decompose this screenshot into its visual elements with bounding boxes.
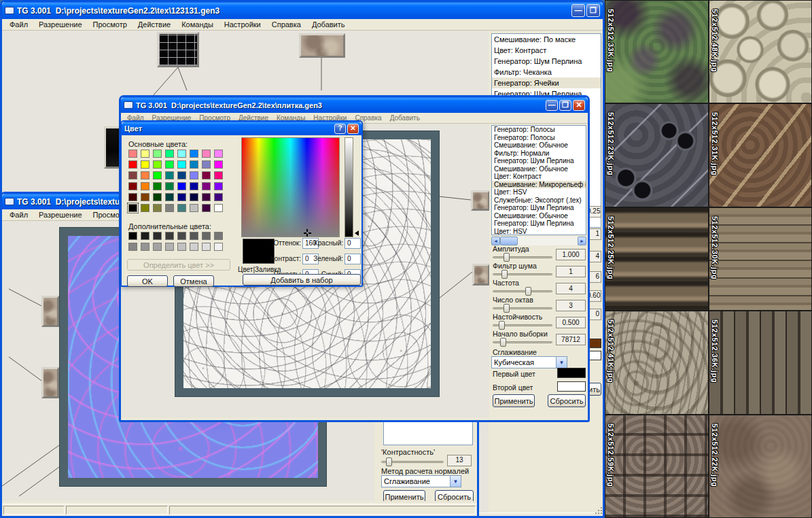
color-swatch[interactable]	[141, 232, 149, 240]
normals-method-dropdown[interactable]: Сглаживание ▼	[381, 475, 461, 487]
param-slider[interactable]	[493, 287, 552, 296]
color-swatch[interactable]	[128, 193, 137, 201]
reset-button[interactable]: Сбросить	[548, 394, 586, 407]
slider-thumb[interactable]	[499, 321, 505, 330]
color-swatch[interactable]	[128, 243, 137, 251]
window-plitka-titlebar[interactable]: TG 3.001 D:\projects\textureGen2.2\tex\п…	[121, 97, 588, 113]
param-slider[interactable]	[493, 253, 552, 262]
list-item[interactable]: Генератор: Полосы	[492, 134, 586, 142]
texture-thumbnail[interactable]: 512x512.23K.jpg	[605, 103, 709, 207]
menu-item-Просмотр[interactable]: Просмотр	[88, 19, 132, 30]
luminance-arrow-icon[interactable]	[355, 230, 359, 236]
slider-thumb[interactable]	[504, 253, 510, 262]
contrast-slider[interactable]	[381, 457, 444, 466]
color-swatch[interactable]	[214, 232, 223, 240]
texture-node[interactable]	[157, 32, 199, 67]
color-swatch[interactable]	[202, 243, 211, 251]
color-swatch[interactable]	[128, 160, 137, 169]
color-swatch[interactable]	[141, 182, 149, 190]
color-swatch[interactable]	[153, 193, 162, 201]
list-item[interactable]: Генератор: Ячейки	[492, 77, 601, 88]
slider-thumb[interactable]	[500, 338, 506, 347]
reset-button[interactable]: Сбросить	[435, 490, 474, 501]
slider-track[interactable]	[493, 307, 552, 309]
color-swatch[interactable]	[190, 204, 198, 212]
color-swatch[interactable]	[128, 232, 137, 240]
field-value[interactable]: 0	[345, 254, 361, 264]
hue-saturation-field[interactable]	[241, 137, 340, 237]
color-swatch[interactable]	[141, 193, 149, 201]
color-swatch[interactable]	[214, 171, 223, 179]
color-swatch[interactable]	[190, 193, 198, 201]
color-swatch[interactable]	[165, 243, 174, 251]
texture-thumbnail[interactable]: 512x512.48K.jpg	[709, 0, 812, 103]
color-swatch[interactable]	[141, 204, 149, 212]
list-item[interactable]: Фильтр: Чеканка	[492, 67, 601, 77]
texture-thumbnail[interactable]: 512x512.33K.jpg	[605, 0, 709, 103]
menu-item-Настройки[interactable]: Настройки	[219, 19, 266, 30]
list-item[interactable]: Фильтр: Нормали	[492, 150, 586, 158]
slider-thumb[interactable]	[386, 457, 392, 466]
list-item[interactable]: Генератор: Шум Перлина	[492, 204, 586, 212]
menu-item-Действие[interactable]: Действие	[133, 19, 175, 30]
menu-item-Команды[interactable]: Команды	[177, 19, 218, 30]
texture-thumbnail[interactable]: 512x512.36K.jpg	[709, 311, 812, 414]
list-item[interactable]: Служебные: Эксопорт (.tex)	[492, 196, 586, 205]
menu-item-Файл[interactable]: Файл	[5, 19, 33, 30]
color-swatch[interactable]	[153, 243, 162, 251]
menu-item-Разрешение[interactable]: Разрешение	[34, 209, 87, 220]
minimize-button[interactable]: —	[546, 100, 558, 111]
menu-item-Добавить[interactable]: Добавить	[307, 19, 350, 30]
color-swatch[interactable]	[141, 243, 149, 251]
color-swatch[interactable]	[202, 160, 211, 169]
color-swatch[interactable]	[153, 232, 162, 240]
slider-thumb[interactable]	[525, 287, 531, 296]
color-swatch[interactable]	[202, 193, 211, 201]
color-swatch[interactable]	[153, 182, 162, 190]
texture-node[interactable]	[41, 367, 59, 398]
texture-thumbnail[interactable]: 512x512.22K.jpg	[709, 415, 812, 518]
operations-list[interactable]: Генератор: ПолосыГенератор: ПолосыСмешив…	[491, 125, 586, 235]
color-swatch[interactable]	[165, 204, 174, 212]
list-item[interactable]: Цвет: HSV	[492, 228, 586, 236]
second-color-well[interactable]	[557, 381, 586, 392]
color-swatch[interactable]	[202, 232, 211, 240]
apply-button[interactable]: Применить	[383, 490, 425, 501]
color-swatch[interactable]	[214, 160, 223, 169]
color-swatch[interactable]	[153, 204, 162, 212]
color-swatch[interactable]	[177, 150, 186, 158]
texture-node[interactable]	[472, 264, 490, 286]
window-main-titlebar[interactable]: TG 3.001 D:\projects\textureGen2.2\tex\1…	[2, 2, 603, 19]
color-swatch[interactable]	[177, 232, 186, 240]
texture-node[interactable]	[299, 33, 345, 58]
texture-thumbnail[interactable]: 512x512.30K.jpg	[709, 207, 812, 311]
chevron-down-icon[interactable]: ▼	[556, 357, 567, 368]
color-swatch[interactable]	[165, 232, 174, 240]
color-swatch[interactable]	[177, 204, 186, 212]
color-swatch[interactable]	[141, 171, 149, 179]
apply-button[interactable]: Применить	[493, 394, 535, 407]
smoothing-dropdown[interactable]: Кубическая ▼	[491, 356, 567, 368]
color-swatch[interactable]	[153, 150, 162, 158]
cancel-button[interactable]: Отмена	[173, 275, 214, 287]
list-item[interactable]: Генератор: Шум Перлина	[492, 220, 586, 228]
color-swatch[interactable]	[165, 160, 174, 169]
list-item[interactable]: Цвет: HSV	[492, 188, 586, 196]
texture-node[interactable]	[41, 296, 59, 327]
list-item[interactable]: Смешивание: Обычное	[492, 141, 586, 150]
color-swatch[interactable]	[128, 182, 137, 190]
list-item[interactable]: Генератор: Полосы	[492, 126, 586, 134]
add-to-set-button[interactable]: Добавить в набор	[243, 274, 361, 286]
slider-track[interactable]	[493, 256, 552, 258]
color-swatch[interactable]	[153, 171, 162, 179]
color-swatch[interactable]	[214, 150, 223, 158]
list-item[interactable]: Смешивание: Обычное	[492, 212, 586, 220]
list-item[interactable]: Смешивание: Обычное	[492, 165, 586, 173]
texture-node[interactable]	[471, 190, 490, 211]
menu-item-Разрешение[interactable]: Разрешение	[34, 19, 87, 30]
help-button[interactable]: ?	[334, 124, 346, 134]
slider-thumb[interactable]	[504, 304, 510, 313]
color-swatch[interactable]	[141, 160, 149, 169]
param-slider[interactable]	[493, 338, 552, 347]
color-swatch[interactable]	[165, 193, 174, 201]
